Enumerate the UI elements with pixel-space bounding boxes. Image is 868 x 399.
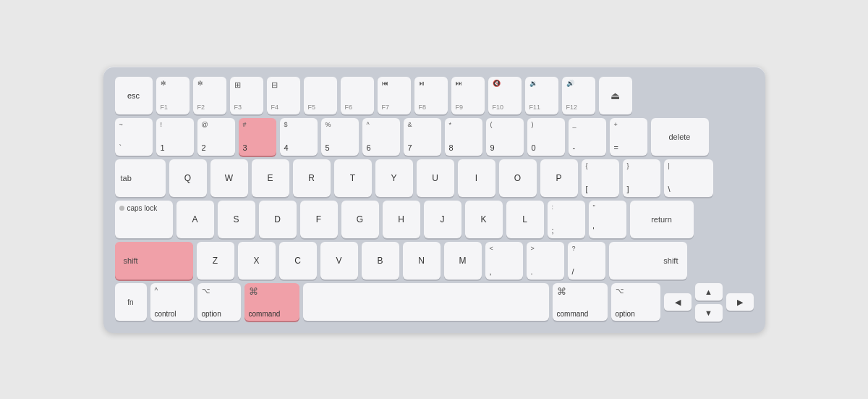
key-comma-top: < [490, 245, 519, 253]
key-command-right[interactable]: ⌘ command [553, 283, 608, 321]
key-f9-label: F9 [456, 104, 464, 112]
arrow-right-icon: ▶ [737, 298, 743, 307]
key-f10[interactable]: 🔇 F10 [488, 77, 522, 114]
key-r[interactable]: R [293, 159, 331, 197]
key-r-label: R [308, 173, 315, 183]
key-semicolon[interactable]: : ; [548, 201, 585, 238]
key-control-label: control [155, 310, 176, 318]
key-1[interactable]: ! 1 [156, 118, 194, 156]
key-8[interactable]: * 8 [445, 118, 482, 156]
key-u[interactable]: U [417, 159, 454, 197]
key-q-label: Q [184, 173, 191, 183]
key-arrow-down[interactable]: ▼ [695, 304, 723, 322]
key-q[interactable]: Q [169, 159, 207, 197]
key-y[interactable]: Y [375, 159, 413, 197]
key-h[interactable]: H [383, 201, 420, 238]
key-c[interactable]: C [279, 242, 317, 280]
key-3[interactable]: # 3 [239, 118, 276, 156]
key-semicolon-top: : [552, 204, 581, 211]
key-f11[interactable]: 🔉 F11 [525, 77, 558, 114]
key-minus-bottom: - [573, 143, 576, 152]
key-o-label: O [514, 173, 521, 183]
key-command-left[interactable]: ⌘ command [244, 283, 299, 321]
key-l[interactable]: L [506, 201, 544, 238]
key-lbracket[interactable]: { [ [582, 159, 619, 197]
key-k[interactable]: K [465, 201, 503, 238]
key-equals[interactable]: + = [610, 118, 647, 156]
key-v-label: V [336, 256, 341, 266]
key-5[interactable]: % 5 [321, 118, 359, 156]
key-f6[interactable]: F6 [341, 77, 374, 114]
key-6[interactable]: ^ 6 [362, 118, 400, 156]
key-shift-right[interactable]: shift [609, 242, 687, 280]
key-i[interactable]: I [458, 159, 495, 197]
key-j[interactable]: J [424, 201, 461, 238]
key-t[interactable]: T [334, 159, 372, 197]
key-7[interactable]: & 7 [404, 118, 441, 156]
key-9[interactable]: ( 9 [486, 118, 524, 156]
key-esc-label: esc [127, 91, 140, 100]
key-f3[interactable]: ⊞ F3 [230, 77, 263, 114]
key-esc[interactable]: esc [115, 77, 153, 114]
key-4[interactable]: $ 4 [280, 118, 318, 156]
key-slash[interactable]: ? / [568, 242, 605, 280]
key-return-label: return [651, 215, 672, 224]
key-x[interactable]: X [238, 242, 276, 280]
key-e[interactable]: E [252, 159, 289, 197]
key-option-right[interactable]: ⌥ option [611, 283, 660, 321]
key-f12[interactable]: 🔊 F12 [562, 77, 595, 114]
key-2[interactable]: @ 2 [197, 118, 235, 156]
key-f5[interactable]: F5 [304, 77, 337, 114]
key-comma[interactable]: < , [485, 242, 523, 280]
key-f[interactable]: F [300, 201, 338, 238]
key-g[interactable]: G [341, 201, 379, 238]
key-fn[interactable]: fn [115, 283, 147, 321]
key-space[interactable] [303, 283, 549, 321]
key-i-label: I [475, 173, 477, 183]
key-p[interactable]: P [540, 159, 578, 197]
key-4-top: $ [284, 122, 313, 129]
key-m[interactable]: M [444, 242, 482, 280]
key-d[interactable]: D [259, 201, 297, 238]
key-f12-label: F12 [566, 104, 578, 112]
key-quote-bottom: ' [593, 226, 595, 235]
key-b[interactable]: B [362, 242, 399, 280]
key-delete[interactable]: delete [651, 118, 709, 156]
key-quote[interactable]: " ' [589, 201, 626, 238]
key-z[interactable]: Z [197, 242, 234, 280]
key-s[interactable]: S [218, 201, 255, 238]
key-f7-label: F7 [382, 104, 390, 112]
number-row: ~ ` ! 1 @ 2 # 3 $ 4 % 5 ^ 6 [115, 118, 754, 156]
key-0[interactable]: ) 0 [527, 118, 565, 156]
key-j-label: J [441, 214, 445, 224]
key-5-bottom: 5 [326, 143, 330, 152]
key-f1[interactable]: ✻ F1 [156, 77, 190, 114]
key-a[interactable]: A [176, 201, 214, 238]
key-control[interactable]: ^ control [150, 283, 194, 321]
key-n[interactable]: N [403, 242, 441, 280]
key-rbracket[interactable]: } ] [623, 159, 660, 197]
key-f9[interactable]: ⏭ F9 [451, 77, 485, 114]
key-f8[interactable]: ⏯ F8 [414, 77, 448, 114]
key-eject[interactable]: ⏏ [599, 77, 632, 114]
key-f4[interactable]: ⊟ F4 [267, 77, 300, 114]
key-shift-left[interactable]: shift [115, 242, 193, 280]
key-arrow-right[interactable]: ▶ [726, 293, 754, 311]
key-arrow-up[interactable]: ▲ [695, 283, 723, 301]
key-backslash[interactable]: | \ [664, 159, 713, 197]
key-v[interactable]: V [320, 242, 358, 280]
key-backtick[interactable]: ~ ` [115, 118, 153, 156]
key-tab[interactable]: tab [115, 159, 166, 197]
key-f7[interactable]: ⏮ F7 [378, 77, 411, 114]
key-f2[interactable]: ✼ F2 [193, 77, 226, 114]
key-minus[interactable]: _ - [569, 118, 606, 156]
key-capslock[interactable]: caps lock [115, 201, 173, 238]
keyboard: esc ✻ F1 ✼ F2 ⊞ F3 ⊟ F4 F5 F6 [103, 67, 765, 333]
key-period[interactable]: > . [527, 242, 564, 280]
capslock-indicator [119, 206, 124, 211]
key-w[interactable]: W [210, 159, 248, 197]
key-o[interactable]: O [499, 159, 537, 197]
key-return[interactable]: return [630, 201, 694, 238]
key-arrow-left[interactable]: ◀ [664, 293, 692, 311]
key-option-left[interactable]: ⌥ option [197, 283, 241, 321]
